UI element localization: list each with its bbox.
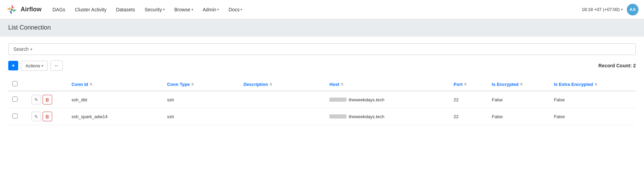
actions-col-header [27, 78, 68, 91]
nav-datasets[interactable]: Datasets [112, 4, 139, 15]
conn-id-cell: ssh_dbt [68, 91, 163, 108]
conn-id-cell: ssh_spark_adw14 [68, 108, 163, 125]
table-row: ✎ 🗑 ssh_dbt ssh theweekdays.tech 22 Fals… [8, 91, 636, 108]
main-content: Search ▾ + Actions ▾ ← Record Count: 2 [0, 36, 644, 132]
brand-name: Airflow [21, 6, 42, 13]
navbar-right: 18:18 +07 (+07:00) ▾ AA [582, 4, 639, 15]
time-chevron-icon: ▾ [621, 8, 623, 11]
encrypted-sort-icon: ⇅ [520, 82, 523, 86]
host-header[interactable]: Host ⇅ [325, 78, 449, 91]
is-encrypted-cell: False [488, 91, 550, 108]
host-redacted [329, 98, 347, 102]
host-value: theweekdays.tech [349, 97, 384, 102]
edit-icon[interactable]: ✎ [32, 112, 41, 121]
actions-chevron-icon: ▾ [42, 64, 43, 68]
avatar[interactable]: AA [627, 4, 639, 15]
row-actions-cell: ✎ 🗑 [27, 108, 68, 125]
security-chevron-icon: ▾ [163, 8, 165, 11]
delete-icon[interactable]: 🗑 [43, 95, 52, 104]
search-chevron-icon: ▾ [31, 47, 32, 51]
description-cell [239, 91, 326, 108]
nav-cluster-activity[interactable]: Cluster Activity [71, 4, 110, 15]
toolbar: + Actions ▾ ← Record Count: 2 [8, 60, 636, 71]
navbar: Airflow DAGs Cluster Activity Datasets S… [0, 0, 644, 19]
browse-chevron-icon: ▾ [191, 8, 193, 11]
host-cell: theweekdays.tech [325, 91, 449, 108]
port-sort-icon: ⇅ [464, 82, 467, 86]
conn-id-header[interactable]: Conn Id ⇅ [68, 78, 163, 91]
delete-icon[interactable]: 🗑 [43, 112, 52, 121]
row-checkbox[interactable] [12, 113, 17, 119]
add-button[interactable]: + [8, 61, 18, 70]
table-header-row: Conn Id ⇅ Conn Type ⇅ Description [8, 78, 636, 91]
time-display[interactable]: 18:18 +07 (+07:00) ▾ [582, 7, 623, 12]
port-header[interactable]: Port ⇅ [449, 78, 488, 91]
back-button[interactable]: ← [50, 60, 63, 71]
conn-type-header[interactable]: Conn Type ⇅ [163, 78, 239, 91]
search-label: Search [13, 46, 28, 52]
svg-point-0 [10, 8, 13, 11]
description-header[interactable]: Description ⇅ [239, 78, 326, 91]
extra-encrypted-sort-icon: ⇅ [595, 82, 597, 86]
admin-chevron-icon: ▾ [217, 8, 219, 11]
nav-browse[interactable]: Browse ▾ [170, 4, 197, 15]
is-extra-encrypted-cell: False [550, 108, 636, 125]
page-title: List Connection [8, 24, 636, 31]
is-encrypted-header[interactable]: Is Encrypted ⇅ [488, 78, 550, 91]
conn-type-sort-icon: ⇅ [191, 82, 194, 86]
actions-button[interactable]: Actions ▾ [21, 61, 48, 71]
conn-type-cell: ssh [163, 108, 239, 125]
nav-dags[interactable]: DAGs [48, 4, 69, 15]
conn-type-cell: ssh [163, 91, 239, 108]
host-value: theweekdays.tech [349, 114, 384, 119]
row-checkbox-cell[interactable] [8, 108, 27, 125]
is-extra-encrypted-header[interactable]: Is Extra Encrypted ⇅ [550, 78, 636, 91]
row-checkbox[interactable] [12, 97, 17, 102]
port-cell: 22 [449, 108, 488, 125]
row-actions-cell: ✎ 🗑 [27, 91, 68, 108]
select-all-header[interactable] [8, 78, 27, 91]
description-cell [239, 108, 326, 125]
is-extra-encrypted-cell: False [550, 91, 636, 108]
brand-logo[interactable]: Airflow [5, 3, 42, 16]
connections-table: Conn Id ⇅ Conn Type ⇅ Description [8, 78, 636, 125]
nav-admin[interactable]: Admin ▾ [199, 4, 223, 15]
search-bar[interactable]: Search ▾ [8, 43, 636, 55]
table-row: ✎ 🗑 ssh_spark_adw14 ssh theweekdays.tech… [8, 108, 636, 125]
record-count: Record Count: 2 [598, 63, 636, 68]
port-cell: 22 [449, 91, 488, 108]
airflow-logo-icon [5, 3, 18, 16]
host-redacted [329, 114, 347, 119]
nav-security[interactable]: Security ▾ [140, 4, 169, 15]
desc-sort-icon: ⇅ [269, 82, 272, 86]
page-header: List Connection [0, 19, 644, 36]
nav-docs[interactable]: Docs ▾ [224, 4, 246, 15]
is-encrypted-cell: False [488, 108, 550, 125]
host-sort-icon: ⇅ [341, 82, 343, 86]
conn-id-sort-icon: ⇅ [90, 82, 92, 86]
docs-chevron-icon: ▾ [241, 8, 242, 11]
host-cell: theweekdays.tech [325, 108, 449, 125]
row-checkbox-cell[interactable] [8, 91, 27, 108]
select-all-checkbox[interactable] [12, 81, 17, 86]
edit-icon[interactable]: ✎ [32, 95, 41, 104]
